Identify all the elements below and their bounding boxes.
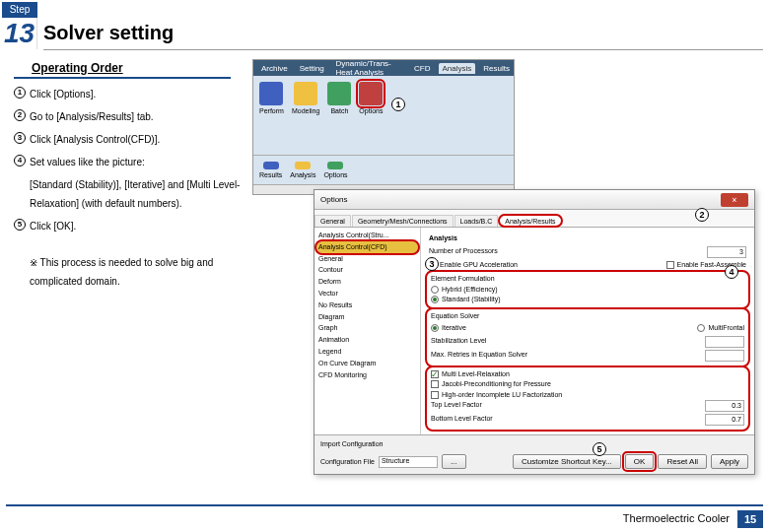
callout-marker-4: 4 — [725, 265, 738, 279]
ok-button[interactable]: OK — [625, 454, 655, 469]
tree-item[interactable]: Animation — [316, 334, 418, 346]
step-number: 13 — [2, 18, 37, 49]
cfg-file-input[interactable]: Structure — [379, 456, 438, 468]
results-button[interactable]: Results — [257, 160, 284, 180]
btn-label: Modeling — [292, 107, 319, 114]
shortcut-button[interactable]: Customize Shortcut Key... — [513, 454, 621, 469]
label: Standard (Stability) — [442, 296, 501, 302]
tree-item[interactable]: Diagram — [316, 311, 418, 323]
stack-icon — [327, 82, 351, 105]
operating-order-heading: Operating Order — [14, 59, 231, 79]
callout-marker-2: 2 — [695, 208, 709, 222]
fast-assemble-checkbox[interactable] — [666, 261, 674, 269]
label: Jacobi-Preconditioning for Pressure — [442, 380, 551, 387]
footer-rule — [6, 504, 763, 506]
high-ilu-checkbox[interactable] — [431, 391, 439, 399]
label: Max. Retries in Equation Solver — [431, 350, 527, 362]
modeling-button[interactable]: Modeling — [290, 80, 321, 151]
tree-item[interactable]: No Results — [316, 299, 418, 311]
dialog-title: Options — [320, 195, 348, 204]
btn-label: Perform — [259, 107, 284, 114]
options-dialog: Options × General Geometry/Mesh/Connecti… — [314, 189, 755, 475]
perform-button[interactable]: Perform — [257, 80, 286, 151]
tab-dynamic[interactable]: Dynamic/Trans-Heat Analysis — [332, 59, 406, 78]
tree-item[interactable]: CFD Monitoring — [316, 369, 418, 381]
dialog-bottom: Import Configuration Configuration File … — [315, 434, 754, 474]
tree-item[interactable]: Contour — [316, 264, 418, 276]
label: Enable GPU Acceleration — [440, 261, 518, 268]
step-item: 4Set values like the picture: — [14, 153, 241, 171]
dialog-titlebar: Options × — [315, 190, 754, 210]
tab-cfd[interactable]: CFD — [410, 63, 434, 74]
tab-analysis-results[interactable]: Analysis/Results — [499, 215, 561, 227]
element-formulation-group: Element Formulation Hybrid (Efficiency) … — [427, 272, 748, 307]
callout-marker-3: 3 — [425, 257, 439, 271]
step-text: Go to [Analysis/Results] tab. — [30, 107, 154, 126]
ribbon-body: Perform Modeling Batch Options — [253, 76, 514, 155]
tree-item[interactable]: Deform — [316, 276, 418, 288]
step-text: Click [Options]. — [30, 85, 96, 103]
tab-general[interactable]: General — [315, 215, 351, 227]
tree-item[interactable]: Analysis Control(Stru... — [316, 230, 418, 241]
multifrontal-radio[interactable] — [697, 324, 705, 332]
footer-page: 15 — [737, 510, 763, 528]
step-number-badge: 4 — [14, 155, 26, 166]
page-title: Solver setting — [43, 22, 174, 44]
row-num-processors: Number of Processors 3 — [429, 246, 746, 258]
group-label: Element Formulation — [431, 274, 744, 285]
iterative-radio[interactable] — [431, 324, 439, 332]
cfg-file-label: Configuration File — [320, 458, 375, 465]
step-text: Click [Analysis Control(CFD)]. — [30, 130, 160, 149]
step-item: 5Click [OK]. — [14, 217, 241, 235]
tab-setting[interactable]: Setting — [296, 63, 328, 74]
max-retries-input[interactable] — [705, 350, 744, 362]
tab-archive[interactable]: Archive — [257, 63, 292, 74]
callout-marker-1: 1 — [391, 98, 405, 111]
step-number-badge: 2 — [14, 109, 26, 121]
import-cfg-label: Import Configuration — [320, 440, 383, 447]
group-label: Equation Solver — [431, 311, 479, 322]
row-gpu-fast: Enable GPU Acceleration Enable Fast-Asse… — [429, 260, 746, 271]
num-processors-input[interactable]: 3 — [707, 246, 746, 258]
tree-item-analysis-control-cfd[interactable]: Analysis Control(CFD) — [316, 241, 418, 253]
options-button[interactable]: Options — [357, 80, 384, 151]
analysis-button[interactable]: Analysis — [288, 160, 317, 180]
footer-text: Thermoelectric Cooler — [623, 512, 730, 524]
browse-button[interactable]: ... — [442, 454, 466, 469]
step-item: 3Click [Analysis Control(CFD)]. — [14, 130, 241, 149]
tab-loads[interactable]: Loads/B.C — [454, 215, 499, 227]
hybrid-radio[interactable] — [431, 286, 439, 294]
step-number-badge: 3 — [14, 132, 26, 144]
tab-results[interactable]: Results — [479, 63, 514, 74]
tree-item[interactable]: Graph — [316, 322, 418, 334]
tab-geometry[interactable]: Geometry/Mesh/Connections — [352, 215, 454, 227]
step-note: ※ This process is needed to solve big an… — [30, 253, 241, 291]
analysis-icon — [295, 162, 311, 169]
tab-analysis[interactable]: Analysis — [439, 63, 476, 74]
bottom-level-input[interactable]: 0.7 — [705, 414, 744, 426]
options-button-2[interactable]: Options — [321, 160, 349, 180]
btn-label: Batch — [330, 107, 348, 114]
tree-panel: Analysis Control(Stru... Analysis Contro… — [315, 228, 421, 434]
top-level-input[interactable]: 0.3 — [705, 400, 744, 412]
reset-button[interactable]: Reset All — [658, 454, 707, 469]
gear-icon — [259, 82, 283, 105]
close-button[interactable]: × — [721, 193, 748, 207]
stab-level-input[interactable] — [705, 336, 744, 348]
tree-item[interactable]: Legend — [316, 346, 418, 358]
label: Hybrid (Efficiency) — [442, 286, 498, 293]
label: Iterative — [442, 324, 466, 331]
tree-item[interactable]: Vector — [316, 288, 418, 299]
operating-order-list: 1Click [Options]. 2Go to [Analysis/Resul… — [14, 85, 241, 291]
panel-heading: Analysis — [429, 233, 746, 244]
apply-button[interactable]: Apply — [711, 454, 748, 469]
standard-radio[interactable] — [431, 296, 439, 303]
ribbon-secondary: Results Analysis Options — [253, 155, 514, 184]
batch-button[interactable]: Batch — [325, 80, 353, 151]
btn-label: Options — [323, 171, 347, 178]
multilevel-checkbox[interactable] — [431, 370, 439, 378]
tree-item[interactable]: General — [316, 253, 418, 265]
tree-item[interactable]: On Curve Diagram — [316, 358, 418, 369]
label: High-order Incomplete LU Factorization — [442, 391, 562, 398]
precond-checkbox[interactable] — [431, 380, 439, 388]
